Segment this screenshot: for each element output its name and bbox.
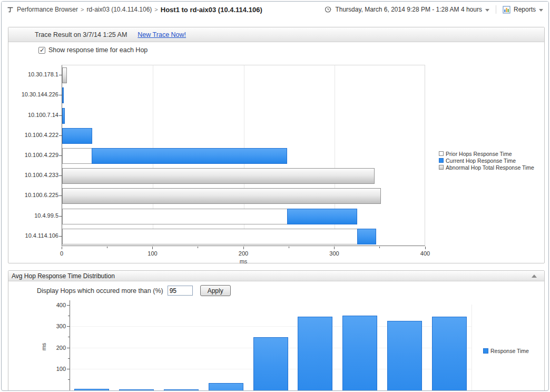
distribution-chart-legend: Response Time — [483, 347, 529, 354]
hop-bar-current — [62, 108, 65, 124]
time-range-selector[interactable]: Thursday, March 6, 2014 9:28 PM - 1:28 A… — [335, 6, 482, 13]
hop-axis-label: 10.100.4.229 — [8, 152, 58, 158]
hop-bar-abnormal — [62, 67, 67, 83]
hop-bar-current — [287, 209, 357, 224]
x-axis-tick-label: 0 — [51, 250, 72, 257]
response-time-bar — [432, 317, 467, 391]
hop-axis-tick — [59, 155, 62, 156]
x-axis-tick — [152, 247, 153, 249]
hop-bar-current — [62, 87, 64, 103]
distribution-panel: Avg Hop Response Time Distribution Displ… — [8, 270, 545, 391]
hop-axis-label: 10.100.4.233 — [8, 172, 58, 178]
reports-icon — [503, 6, 510, 14]
hop-bar-prior — [62, 148, 92, 164]
up-level-icon[interactable] — [7, 6, 14, 13]
x-axis-minor-tick — [198, 247, 198, 248]
legend-label: Abnormal Hop Total Response Time — [446, 164, 534, 171]
legend-label: Prior Hops Response Time — [446, 151, 512, 157]
y-axis-unit-label: ms — [41, 343, 47, 351]
hop-axis-tick — [59, 135, 62, 136]
hop-filter-input[interactable] — [168, 286, 193, 296]
x-axis-minor-tick — [107, 247, 107, 248]
hop-axis-tick — [59, 195, 62, 196]
y-axis-tick-label: 100 — [47, 366, 66, 372]
response-time-bar — [209, 383, 243, 391]
trace-chart-legend: Prior Hops Response TimeCurrent Hop Resp… — [439, 150, 534, 171]
hop-axis-tick — [59, 115, 62, 116]
hop-axis-label: 10.100.7.14 — [8, 112, 58, 118]
hop-bar-current — [92, 148, 287, 164]
response-time-bar — [387, 321, 422, 391]
show-response-time-label: Show response time for each Hop — [48, 46, 148, 54]
x-axis-minor-tick — [379, 247, 380, 248]
legend-swatch-current — [483, 348, 488, 354]
x-axis-tick — [334, 247, 335, 249]
breadcrumb-separator: > — [81, 6, 84, 13]
x-axis-tick-label: 100 — [142, 250, 163, 257]
distribution-panel-header[interactable]: Avg Hop Response Time Distribution — [8, 271, 544, 281]
breadcrumb-current: Host1 to rd-aix03 (10.4.114.106) — [161, 6, 262, 14]
response-time-bar — [298, 317, 332, 391]
hop-bar-prior — [62, 209, 288, 224]
hop-axis-label: 10.100.6.225 — [8, 192, 58, 198]
response-time-bar — [119, 389, 154, 391]
legend-label: Current Hop Response Time — [446, 158, 516, 164]
trace-result-title: Trace Result on 3/7/14 1:25 AM — [35, 31, 127, 38]
performance-browser-window: Performance Browser > rd-aix03 (10.4.114… — [1, 1, 549, 391]
hop-axis-tick — [59, 95, 62, 95]
clock-icon — [325, 6, 332, 13]
reports-caret-icon[interactable] — [539, 9, 543, 12]
hop-axis-label: 10.4.114.106 — [8, 232, 58, 239]
hop-axis-tick — [59, 75, 62, 75]
response-time-bar — [74, 389, 109, 391]
x-axis-tick-label: 400 — [415, 250, 436, 257]
trace-result-panel: Trace Result on 3/7/14 1:25 AM New Trace… — [8, 27, 545, 263]
breadcrumb-bar: Performance Browser > rd-aix03 (10.4.114… — [2, 2, 548, 17]
response-time-bar — [342, 316, 377, 391]
hop-bar-prior — [62, 229, 358, 244]
apply-button[interactable]: Apply — [200, 285, 231, 296]
y-axis-tick-label: 300 — [47, 323, 66, 329]
hop-axis-label: 10.4.99.5 — [8, 212, 58, 219]
breadcrumb-host[interactable]: rd-aix03 (10.4.114.106) — [86, 6, 152, 13]
x-axis-tick — [62, 247, 62, 249]
hop-bar-current — [357, 229, 376, 244]
hop-axis-tick — [59, 175, 62, 176]
legend-swatch-prior — [439, 151, 444, 156]
hop-filter-row: Display Hops which occured more than (%)… — [37, 285, 231, 296]
legend-item: Prior Hops Response Time — [439, 150, 534, 157]
new-trace-link[interactable]: New Trace Now! — [138, 31, 186, 38]
response-time-bar — [253, 337, 288, 391]
x-axis-unit-label: ms — [62, 258, 425, 264]
legend-swatch-current — [439, 158, 444, 163]
response-time-bar — [164, 389, 199, 391]
collapse-arrow-icon[interactable] — [532, 275, 537, 278]
hop-axis-label: 10.30.144.226 — [8, 91, 58, 97]
reports-menu[interactable]: Reports — [514, 6, 536, 13]
legend-item: Response Time — [483, 347, 529, 354]
hop-axis-label: 10.30.178.1 — [8, 71, 58, 77]
show-response-time-checkbox[interactable] — [38, 47, 45, 54]
y-axis-tick-label: 400 — [47, 302, 66, 308]
hop-bar-abnormal — [62, 188, 381, 204]
hop-axis-label: 10.100.4.222 — [8, 132, 58, 138]
x-axis-tick — [425, 247, 426, 249]
hop-axis-tick — [59, 236, 62, 237]
breadcrumb-performance-browser[interactable]: Performance Browser — [17, 6, 78, 13]
time-range-caret-icon[interactable] — [485, 9, 489, 12]
x-axis-tick-label: 300 — [324, 250, 345, 257]
topbar-right: Thursday, March 6, 2014 9:28 PM - 1:28 A… — [325, 5, 543, 14]
legend-item: Current Hop Response Time — [439, 157, 534, 164]
legend-item: Abnormal Hop Total Response Time — [439, 164, 534, 171]
hop-filter-label: Display Hops which occured more than (%) — [37, 287, 163, 295]
y-axis-tick-label: 200 — [47, 345, 66, 351]
breadcrumb-separator: > — [154, 6, 158, 13]
hop-bar-current — [62, 128, 92, 144]
show-response-time-row: Show response time for each Hop — [38, 46, 148, 54]
legend-label: Response Time — [490, 348, 529, 354]
distribution-title: Avg Hop Response Time Distribution — [12, 272, 115, 280]
y-axis-line — [70, 300, 70, 391]
legend-swatch-abnormal — [439, 165, 444, 170]
x-axis-tick-label: 200 — [233, 250, 254, 257]
hop-axis-tick — [59, 216, 62, 217]
